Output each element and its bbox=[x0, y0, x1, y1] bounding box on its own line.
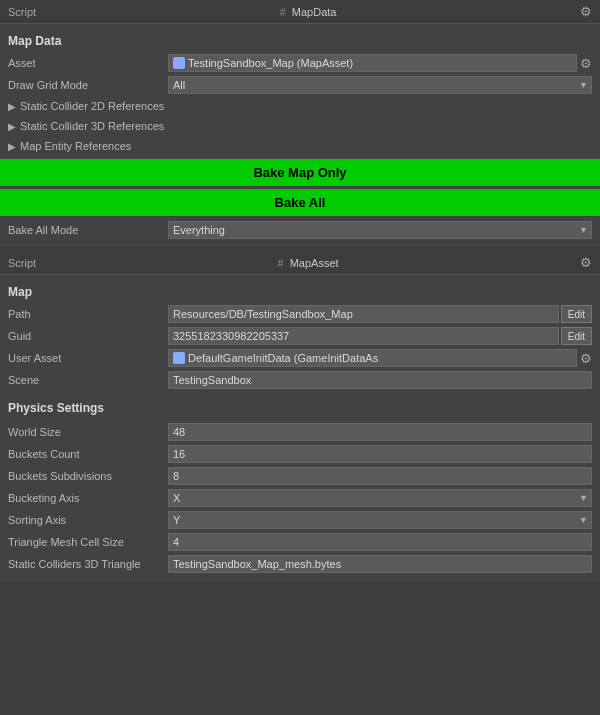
path-row: Path Resources/DB/TestingSandbox_Map Edi… bbox=[0, 303, 600, 325]
bucketing-axis-label: Bucketing Axis bbox=[8, 492, 168, 504]
script1-label: Script bbox=[8, 6, 36, 18]
bake-all-mode-row: Bake All Mode Everything ▼ bbox=[0, 219, 600, 241]
buckets-count-label: Buckets Count bbox=[8, 448, 168, 460]
script1-gear-icon[interactable]: ⚙ bbox=[580, 4, 592, 19]
draw-grid-select[interactable]: All bbox=[168, 76, 592, 94]
static-2d-arrow: ▶ bbox=[8, 101, 16, 112]
triangle-mesh-label: Triangle Mesh Cell Size bbox=[8, 536, 168, 548]
asset-value: TestingSandbox_Map (MapAsset) bbox=[188, 57, 353, 69]
user-asset-gear-icon[interactable]: ⚙ bbox=[580, 351, 592, 366]
bake-all-mode-label: Bake All Mode bbox=[8, 224, 168, 236]
script2-hash: # bbox=[278, 257, 284, 269]
user-asset-field[interactable]: DefaultGameInitData (GameInitDataAs bbox=[168, 349, 577, 367]
user-asset-row: User Asset DefaultGameInitData (GameInit… bbox=[0, 347, 600, 369]
static-2d-row[interactable]: ▶ Static Collider 2D References bbox=[0, 96, 600, 116]
buckets-count-row: Buckets Count 16 bbox=[0, 443, 600, 465]
triangle-mesh-value: 4 bbox=[168, 533, 592, 551]
main-panel: Script # MapData ⚙ Map Data Asset Testin… bbox=[0, 0, 600, 581]
scene-row: Scene TestingSandbox bbox=[0, 369, 600, 391]
script1-body: Map Data Asset TestingSandbox_Map (MapAs… bbox=[0, 24, 600, 247]
asset-gear-icon[interactable]: ⚙ bbox=[580, 56, 592, 71]
path-label: Path bbox=[8, 308, 168, 320]
static-colliders-row: Static Colliders 3D Triangle TestingSand… bbox=[0, 553, 600, 575]
user-asset-label: User Asset bbox=[8, 352, 168, 364]
buckets-subdivisions-value: 8 bbox=[168, 467, 592, 485]
map-entity-label: Map Entity References bbox=[20, 140, 131, 152]
script2-label: Script bbox=[8, 257, 36, 269]
asset-icon bbox=[173, 57, 185, 69]
draw-grid-label: Draw Grid Mode bbox=[8, 79, 168, 91]
world-size-value: 48 bbox=[168, 423, 592, 441]
script2-name: MapAsset bbox=[290, 257, 339, 269]
world-size-label: World Size bbox=[8, 426, 168, 438]
bucketing-axis-select-wrapper: X Y Z ▼ bbox=[168, 489, 592, 507]
sorting-axis-select-wrapper: Y X Z ▼ bbox=[168, 511, 592, 529]
draw-grid-row: Draw Grid Mode All ▼ bbox=[0, 74, 600, 96]
guid-edit-button[interactable]: Edit bbox=[561, 327, 592, 345]
physics-group-label: Physics Settings bbox=[0, 397, 600, 419]
path-value: Resources/DB/TestingSandbox_Map bbox=[168, 305, 559, 323]
static-3d-row[interactable]: ▶ Static Collider 3D References bbox=[0, 116, 600, 136]
guid-row: Guid 3255182330982205337 Edit bbox=[0, 325, 600, 347]
map-entity-arrow: ▶ bbox=[8, 141, 16, 152]
map-entity-row[interactable]: ▶ Map Entity References bbox=[0, 136, 600, 156]
script2-header: Script # MapAsset ⚙ bbox=[0, 251, 600, 275]
sorting-axis-select[interactable]: Y X Z bbox=[168, 511, 592, 529]
bake-all-button[interactable]: Bake All bbox=[0, 189, 600, 216]
world-size-row: World Size 48 bbox=[0, 421, 600, 443]
script1-header: Script # MapData ⚙ bbox=[0, 0, 600, 24]
static-2d-label: Static Collider 2D References bbox=[20, 100, 164, 112]
guid-label: Guid bbox=[8, 330, 168, 342]
user-asset-icon bbox=[173, 352, 185, 364]
script2-gear-icon[interactable]: ⚙ bbox=[580, 255, 592, 270]
map-group-label: Map bbox=[0, 281, 600, 303]
script1-name: MapData bbox=[292, 6, 337, 18]
scene-label: Scene bbox=[8, 374, 168, 386]
user-asset-value: DefaultGameInitData (GameInitDataAs bbox=[188, 352, 378, 364]
static-colliders-label: Static Colliders 3D Triangle bbox=[8, 558, 168, 570]
script1-hash: # bbox=[280, 6, 286, 18]
buckets-subdivisions-label: Buckets Subdivisions bbox=[8, 470, 168, 482]
scene-value: TestingSandbox bbox=[168, 371, 592, 389]
path-edit-button[interactable]: Edit bbox=[561, 305, 592, 323]
draw-grid-select-wrapper: All ▼ bbox=[168, 76, 592, 94]
bake-all-mode-select[interactable]: Everything bbox=[168, 221, 592, 239]
bucketing-axis-select[interactable]: X Y Z bbox=[168, 489, 592, 507]
static-3d-arrow: ▶ bbox=[8, 121, 16, 132]
script2-body: Map Path Resources/DB/TestingSandbox_Map… bbox=[0, 275, 600, 581]
sorting-axis-label: Sorting Axis bbox=[8, 514, 168, 526]
triangle-mesh-row: Triangle Mesh Cell Size 4 bbox=[0, 531, 600, 553]
asset-row: Asset TestingSandbox_Map (MapAsset) ⚙ bbox=[0, 52, 600, 74]
path-field-wrapper: Resources/DB/TestingSandbox_Map Edit bbox=[168, 305, 592, 323]
sorting-axis-row: Sorting Axis Y X Z ▼ bbox=[0, 509, 600, 531]
asset-label: Asset bbox=[8, 57, 168, 69]
asset-field[interactable]: TestingSandbox_Map (MapAsset) bbox=[168, 54, 577, 72]
static-3d-label: Static Collider 3D References bbox=[20, 120, 164, 132]
buckets-count-value: 16 bbox=[168, 445, 592, 463]
physics-group-spacer: Physics Settings bbox=[0, 391, 600, 421]
bucketing-axis-row: Bucketing Axis X Y Z ▼ bbox=[0, 487, 600, 509]
buckets-subdivisions-row: Buckets Subdivisions 8 bbox=[0, 465, 600, 487]
static-colliders-value: TestingSandbox_Map_mesh.bytes bbox=[168, 555, 592, 573]
bake-all-mode-select-wrapper: Everything ▼ bbox=[168, 221, 592, 239]
map-data-group-label: Map Data bbox=[0, 30, 600, 52]
guid-value: 3255182330982205337 bbox=[168, 327, 559, 345]
guid-field-wrapper: 3255182330982205337 Edit bbox=[168, 327, 592, 345]
bake-map-only-button[interactable]: Bake Map Only bbox=[0, 159, 600, 186]
